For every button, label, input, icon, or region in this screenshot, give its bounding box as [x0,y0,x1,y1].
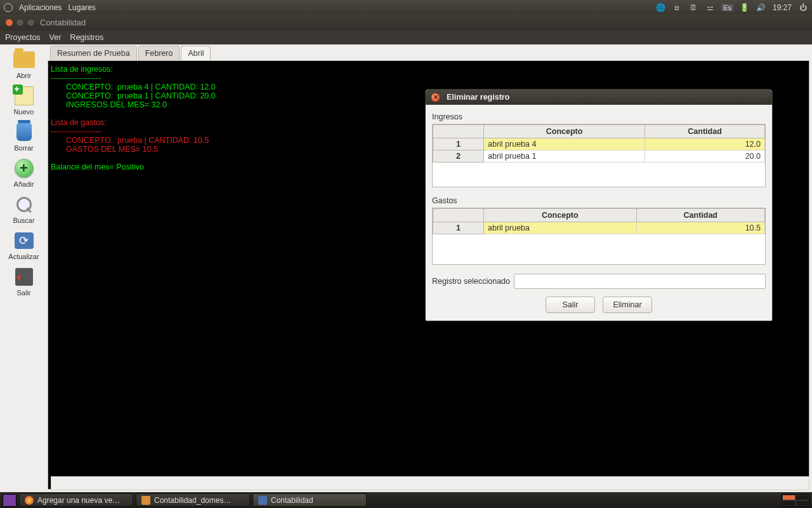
trash-icon [16,123,32,141]
tab-resumen[interactable]: Resumen de Prueba [50,46,137,60]
buscar-label: Buscar [13,217,34,224]
refresh-icon: ⟳ [15,232,34,249]
window-close-button[interactable] [5,18,13,27]
borrar-label: Borrar [14,144,34,152]
taskbar-label: Contabilidad_domes… [154,496,231,505]
salir-label: Salir [16,289,30,297]
buscar-button[interactable]: Buscar [2,192,46,225]
gnome-top-panel: Aplicaciones Lugares 🌐 ⧈ 🗓 ⚍ Es 🔋 🔊 19:2… [0,0,812,15]
actualizar-label: Actualizar [8,253,39,260]
gastos-table[interactable]: Concepto Cantidad 1 abril prueba 10.5 [433,208,765,234]
show-desktop-icon[interactable] [3,494,16,507]
app-icon [258,496,267,505]
workspace-switcher[interactable] [782,494,809,507]
dialog-titlebar: ✕ Eliminar registro [426,90,772,105]
client-area: Abrir Nuevo Borrar + Añadir Buscar ⟳ Act… [0,44,812,492]
battery-icon[interactable]: 🔋 [740,3,750,13]
power-icon[interactable]: ⏻ [798,3,808,13]
exit-icon [15,268,33,286]
ubuntu-logo-icon [4,3,13,12]
anadir-label: Añadir [14,180,34,188]
apps-menu[interactable]: Aplicaciones [19,3,62,12]
search-icon [15,196,33,213]
dialog-salir-button[interactable]: Salir [546,297,595,313]
col-cantidad: Cantidad [636,209,764,222]
nuevo-label: Nuevo [14,108,34,116]
borrar-button[interactable]: Borrar [2,119,46,153]
ingresos-header: Lista de ingresos: [51,65,806,74]
calendar-icon[interactable]: 🗓 [688,3,698,13]
document-new-icon [15,86,34,105]
eliminar-registro-dialog: ✕ Eliminar registro Ingresos Concepto Ca… [425,89,773,321]
taskbar-label: Agregar una nueva ve… [37,496,120,505]
menu-proyectos[interactable]: Proyectos [5,33,41,42]
clock[interactable]: 19:27 [773,3,792,12]
bottom-taskbar: Agregar una nueva ve… Contabilidad_domes… [0,492,812,508]
registro-seleccionado-label: Registro seleccionado [432,277,510,286]
col-concepto: Concepto [484,209,637,222]
dialog-close-button[interactable]: ✕ [431,93,440,102]
window-minimize-button[interactable] [16,18,24,27]
abrir-label: Abrir [16,72,31,79]
col-concepto: Concepto [484,125,645,138]
window-titlebar: Contabilidad [0,15,812,30]
taskbar-item[interactable]: Contabilidad [252,493,367,507]
volume-icon[interactable]: 🔊 [756,3,766,13]
taskbar-item[interactable]: Contabilidad_domes… [136,493,250,507]
taskbar-item[interactable]: Agregar una nueva ve… [19,493,133,507]
salir-button[interactable]: Salir [2,264,46,298]
anadir-button[interactable]: + Añadir [2,156,46,189]
gastos-section-label: Gastos [432,196,766,205]
statusbar [51,476,809,490]
ingresos-table[interactable]: Concepto Cantidad 1 abril prueba 4 12.0 … [433,124,765,163]
window-maximize-button[interactable] [27,18,35,27]
file-manager-icon [141,496,150,505]
wifi-icon[interactable]: ⚍ [705,3,715,13]
places-menu[interactable]: Lugares [68,3,95,12]
toolbar-sidebar: Abrir Nuevo Borrar + Añadir Buscar ⟳ Act… [0,44,48,492]
content-area: Resumen de Prueba Febrero Abril Lista de… [48,44,812,492]
menubar: Proyectos Ver Registros [0,30,812,44]
folder-open-icon [13,51,35,68]
menu-ver[interactable]: Ver [49,33,62,42]
ingresos-section-label: Ingresos [432,112,766,121]
nuevo-button[interactable]: Nuevo [2,83,46,117]
plus-circle-icon: + [15,159,34,178]
chrome-icon [25,496,34,505]
taskbar-label: Contabilidad [271,496,313,505]
dialog-title: Eliminar registro [447,93,509,102]
terminal-output: Lista de ingresos: ------------------- C… [48,60,809,490]
tabbar: Resumen de Prueba Febrero Abril [50,46,809,60]
dropbox-icon[interactable]: ⧈ [672,3,682,13]
col-cantidad: Cantidad [645,125,765,138]
tab-febrero[interactable]: Febrero [138,46,180,60]
dialog-eliminar-button[interactable]: Eliminar [603,297,652,313]
ingresos-sep: ------------------- [51,74,806,83]
abrir-button[interactable]: Abrir [2,47,46,81]
actualizar-button[interactable]: ⟳ Actualizar [2,228,46,262]
table-row[interactable]: 1 abril prueba 4 12.0 [433,138,765,150]
registro-seleccionado-input[interactable] [514,274,766,289]
globe-icon[interactable]: 🌐 [655,3,665,13]
window-title: Contabilidad [40,18,86,27]
table-row[interactable]: 1 abril prueba 10.5 [433,222,765,234]
keyboard-indicator[interactable]: Es [721,4,733,11]
table-row[interactable]: 2 abril prueba 1 20.0 [433,150,765,163]
menu-registros[interactable]: Registros [70,33,103,42]
tab-abril[interactable]: Abril [181,46,211,60]
